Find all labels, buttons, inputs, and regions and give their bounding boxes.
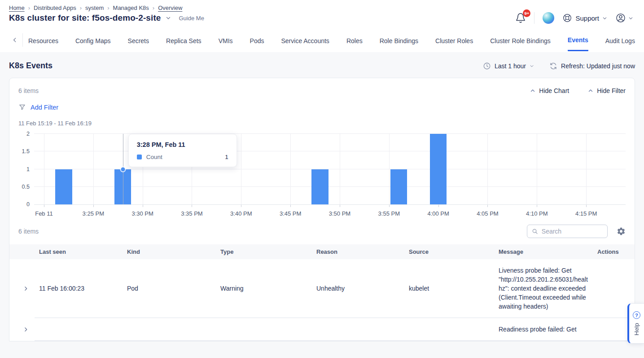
chart-gridline	[93, 134, 94, 204]
cell-type	[216, 318, 312, 341]
x-axis-tick	[438, 205, 439, 207]
chart-gridline	[290, 134, 291, 204]
refresh-icon	[549, 62, 557, 70]
cell-last-seen	[35, 318, 123, 341]
breadcrumb-item-system[interactable]: system	[85, 4, 104, 11]
tab-replica-sets[interactable]: Replica Sets	[166, 30, 202, 51]
column-header-last-seen[interactable]: Last seen	[35, 244, 123, 259]
row-expander-cell	[9, 259, 35, 318]
column-header-actions[interactable]: Actions	[593, 244, 635, 259]
gear-icon[interactable]	[617, 227, 626, 236]
tab-pods[interactable]: Pods	[250, 30, 264, 51]
support-chevron-down-icon	[602, 16, 607, 21]
account-chevron-down-icon	[628, 16, 633, 21]
column-header-message[interactable]: Message	[494, 244, 593, 259]
search-box[interactable]	[527, 225, 608, 238]
row-expand-chevron-icon[interactable]	[23, 286, 30, 292]
tab-role-bindings[interactable]: Role Bindings	[380, 30, 418, 51]
column-header-kind[interactable]: Kind	[123, 244, 216, 259]
tab-roles[interactable]: Roles	[346, 30, 363, 51]
cell-last-seen: 11 Feb 16:00:23	[35, 259, 123, 318]
x-axis-label: 3:25 PM	[83, 210, 104, 217]
chart-bar[interactable]	[311, 169, 328, 205]
chart-bar[interactable]	[55, 169, 72, 205]
x-axis-label: 3:50 PM	[329, 210, 350, 217]
tab-resources[interactable]: Resources	[28, 30, 58, 51]
y-axis-label: 1	[26, 166, 30, 172]
x-axis-label: 4:05 PM	[477, 210, 498, 217]
time-range-dropdown[interactable]: Last 1 hour	[483, 62, 534, 70]
help-label: Help	[633, 323, 640, 336]
breadcrumb-separator: ›	[80, 4, 82, 11]
breadcrumb: Home›Distributed Apps›system›Managed K8s…	[9, 4, 204, 11]
tab-service-accounts[interactable]: Service Accounts	[281, 30, 329, 51]
help-question-icon: ?	[633, 311, 640, 319]
chart-bar[interactable]	[390, 169, 407, 205]
title-chevron-down-icon[interactable]	[166, 15, 171, 21]
breadcrumb-item-managed-k8s[interactable]: Managed K8s	[113, 4, 149, 11]
row-expander-cell	[9, 318, 35, 341]
x-axis-tick	[487, 205, 488, 207]
search-input[interactable]	[542, 228, 603, 235]
breadcrumb-separator: ›	[153, 4, 154, 11]
row-expand-chevron-icon[interactable]	[23, 327, 30, 332]
hide-chart-toggle[interactable]: Hide Chart	[530, 87, 569, 94]
x-axis-tick	[93, 205, 94, 207]
chart-gridline	[537, 134, 537, 204]
x-axis-tick	[340, 205, 340, 207]
column-header-source[interactable]: Source	[404, 244, 494, 259]
main-content: K8s Events Last 1 hour Refresh: Updated …	[0, 52, 644, 358]
cell-type: Warning	[216, 259, 312, 318]
refresh-label: Refresh: Updated just now	[561, 62, 635, 70]
notification-badge: 9+	[523, 9, 530, 17]
chart-bar[interactable]	[430, 134, 447, 204]
table-header-row: Last seenKindTypeReasonSourceMessageActi…	[9, 244, 635, 259]
ai-assistant-button[interactable]	[543, 12, 554, 24]
tooltip-series-label: Count	[146, 154, 162, 160]
tab-secrets[interactable]: Secrets	[128, 30, 149, 51]
tab-vmis[interactable]: VMIs	[219, 30, 233, 51]
header-divider	[534, 12, 534, 24]
support-menu[interactable]: Support	[562, 13, 607, 23]
chart-items-count: 6 items	[18, 87, 39, 94]
chevron-up-icon	[530, 88, 535, 93]
x-axis-label: 3:35 PM	[181, 210, 202, 217]
breadcrumb-item-distributed-apps[interactable]: Distributed Apps	[34, 4, 76, 11]
cell-message: Readiness probe failed: Get	[494, 318, 593, 341]
x-axis-label: 3:30 PM	[131, 210, 153, 217]
tab-bar: ResourcesConfig MapsSecretsReplica SetsV…	[0, 28, 644, 52]
x-axis-tick	[143, 205, 143, 207]
chevron-left-icon	[12, 37, 18, 43]
tooltip-value: 1	[225, 154, 228, 160]
tab-config-maps[interactable]: Config Maps	[75, 30, 111, 51]
support-label: Support	[575, 14, 599, 22]
column-header-type[interactable]: Type	[216, 244, 312, 259]
breadcrumb-item-overview[interactable]: Overview	[158, 4, 182, 11]
chart-date-range: 11 Feb 15:19 - 11 Feb 16:19	[18, 120, 626, 127]
column-header-reason[interactable]: Reason	[312, 244, 404, 259]
breadcrumb-separator: ›	[28, 4, 30, 11]
y-axis-label: 1.5	[22, 148, 30, 155]
tab-cluster-roles[interactable]: Cluster Roles	[435, 30, 473, 51]
add-filter-button[interactable]: Add Filter	[18, 103, 626, 111]
hide-filter-toggle[interactable]: Hide Filter	[588, 87, 626, 94]
tab-audit-logs[interactable]: Audit Logs	[605, 30, 635, 51]
notifications-button[interactable]: 9+	[515, 13, 526, 23]
chart-gridline	[389, 134, 390, 204]
guide-me-link[interactable]: Guide Me	[179, 15, 204, 22]
breadcrumb-separator: ›	[107, 4, 109, 11]
x-axis-label: 3:55 PM	[378, 210, 400, 217]
tabs-scroll-left-button[interactable]	[9, 37, 22, 43]
user-icon	[615, 13, 626, 23]
breadcrumb-item-home[interactable]: Home	[9, 4, 25, 11]
tab-cluster-role-bindings[interactable]: Cluster Role Bindings	[490, 30, 551, 51]
time-range-label: Last 1 hour	[495, 62, 526, 70]
page-title: K8s cluster for site: f5os-demo-2-site	[9, 13, 161, 23]
cell-source	[404, 318, 494, 341]
chart-tooltip: 3:28 PM, Feb 11 Count 1	[128, 134, 237, 167]
help-widget[interactable]: ? Help	[627, 303, 644, 344]
tab-events[interactable]: Events	[568, 29, 588, 51]
account-menu[interactable]	[615, 13, 633, 23]
refresh-button[interactable]: Refresh: Updated just now	[549, 62, 635, 70]
section-title: K8s Events	[9, 61, 53, 71]
